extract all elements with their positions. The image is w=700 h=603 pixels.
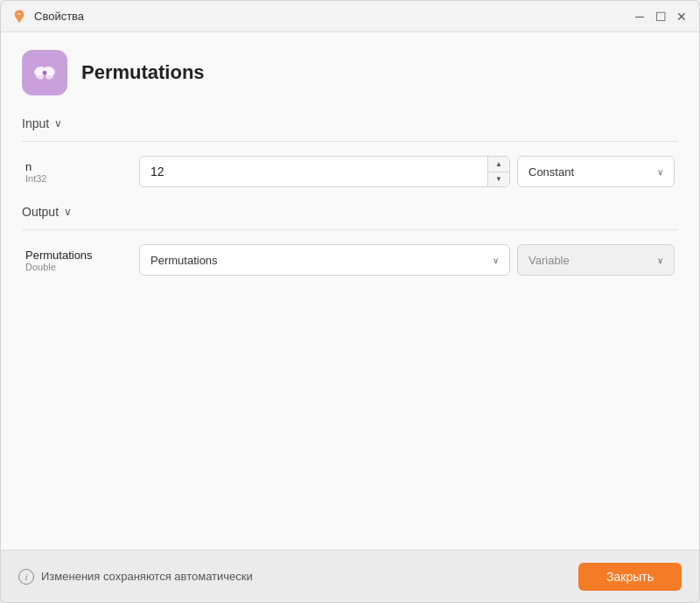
info-icon: i	[18, 569, 34, 585]
n-value-input[interactable]	[140, 157, 487, 186]
title-bar-title: Свойства	[34, 10, 633, 23]
output-section-label: Output	[22, 205, 59, 219]
input-section-label: Input	[22, 116, 49, 130]
close-button[interactable]: Закрыть	[578, 563, 682, 591]
output-variable-dropdown-text: Variable	[528, 254, 570, 267]
content-area: Permutations Input ∨ n Int32 ▲ ▼	[1, 32, 699, 550]
n-arrows: ▲ ▼	[487, 157, 509, 186]
title-bar-controls: ─ ☐ ✕	[633, 10, 689, 24]
n-increment-button[interactable]: ▲	[488, 157, 509, 172]
output-divider	[22, 229, 678, 230]
output-permutations-controls: Permutations ∨ Variable ∨	[139, 244, 675, 276]
input-n-type: Int32	[25, 173, 139, 184]
input-n-controls: ▲ ▼ Constant ∨	[139, 156, 675, 187]
svg-point-4	[43, 71, 47, 75]
input-section-header[interactable]: Input ∨	[22, 116, 678, 130]
output-variable-dropdown[interactable]: Variable ∨	[517, 244, 675, 276]
input-n-name: n	[25, 160, 139, 173]
output-permutations-type: Double	[25, 262, 139, 272]
app-icon	[22, 50, 67, 95]
input-chevron-icon: ∨	[54, 117, 62, 130]
input-n-type-dropdown-arrow: ∨	[657, 167, 663, 177]
output-variable-dropdown-arrow: ∨	[657, 256, 663, 265]
input-n-type-dropdown[interactable]: Constant ∨	[517, 156, 675, 187]
n-value-input-group: ▲ ▼	[139, 156, 510, 187]
output-permutations-name: Permutations	[25, 249, 139, 262]
app-title: Permutations	[81, 61, 205, 84]
footer-info-text: Изменения сохраняются автоматически	[41, 570, 253, 583]
minimize-button[interactable]: ─	[633, 10, 647, 24]
output-permutations-row: Permutations Double Permutations ∨ Varia…	[22, 244, 678, 276]
input-divider	[22, 141, 678, 142]
title-bar: Свойства ─ ☐ ✕	[1, 1, 699, 32]
footer: i Изменения сохраняются автоматически За…	[1, 550, 699, 602]
footer-info: i Изменения сохраняются автоматически	[18, 569, 253, 585]
input-n-row: n Int32 ▲ ▼ Constant ∨	[22, 156, 678, 187]
output-permutations-dropdown-arrow: ∨	[493, 256, 499, 265]
output-permutations-label: Permutations Double	[25, 249, 139, 272]
title-bar-icon	[11, 9, 27, 25]
input-n-type-dropdown-text: Constant	[528, 165, 574, 179]
close-window-button[interactable]: ✕	[675, 10, 689, 24]
output-chevron-icon: ∨	[64, 206, 72, 218]
app-header: Permutations	[22, 50, 678, 95]
maximize-button[interactable]: ☐	[654, 10, 668, 24]
output-section-header[interactable]: Output ∨	[22, 205, 678, 219]
output-permutations-dropdown-text: Permutations	[150, 254, 218, 267]
main-window: Свойства ─ ☐ ✕ Permutations Input	[0, 0, 700, 603]
input-n-label: n Int32	[25, 160, 139, 184]
n-decrement-button[interactable]: ▼	[488, 172, 509, 187]
output-permutations-dropdown[interactable]: Permutations ∨	[139, 244, 510, 276]
